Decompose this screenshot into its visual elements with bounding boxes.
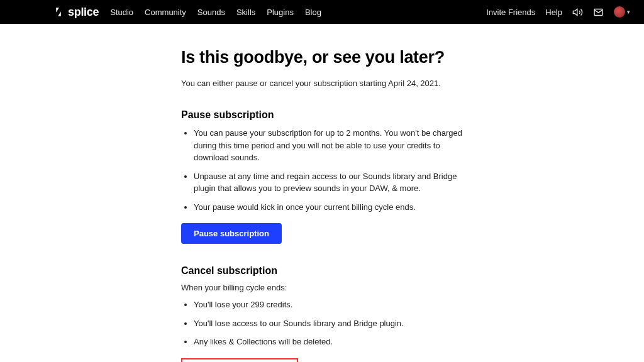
cancel-highlight: Cancel subscription xyxy=(181,358,298,363)
nav-help[interactable]: Help xyxy=(545,8,562,17)
brand-name: splice xyxy=(68,6,99,19)
nav-blog[interactable]: Blog xyxy=(305,8,321,17)
nav-skills[interactable]: Skills xyxy=(236,8,255,17)
list-item: Your pause would kick in once your curre… xyxy=(194,201,477,214)
user-menu[interactable]: ▾ xyxy=(614,6,630,18)
cancel-bullets: You'll lose your 299 credits. You'll los… xyxy=(181,299,477,348)
chevron-down-icon: ▾ xyxy=(627,9,630,15)
cancel-heading: Cancel subscription xyxy=(181,265,477,277)
nav-invite-friends[interactable]: Invite Friends xyxy=(486,8,535,17)
avatar xyxy=(614,6,625,18)
pause-subscription-button[interactable]: Pause subscription xyxy=(181,223,282,244)
svg-marker-0 xyxy=(573,9,577,15)
inbox-icon[interactable] xyxy=(593,7,604,18)
nav-sounds[interactable]: Sounds xyxy=(197,8,225,17)
nav-studio[interactable]: Studio xyxy=(110,8,133,17)
list-item: You'll lose your 299 credits. xyxy=(194,299,477,311)
list-item: You can pause your subscription for up t… xyxy=(194,127,477,164)
list-item: Any likes & Collections will be deleted. xyxy=(194,336,477,348)
pause-heading: Pause subscription xyxy=(181,109,477,121)
pause-bullets: You can pause your subscription for up t… xyxy=(181,127,477,213)
primary-nav: Studio Community Sounds Skills Plugins B… xyxy=(110,8,321,17)
brand-logo[interactable]: splice xyxy=(53,6,99,19)
top-nav: splice Studio Community Sounds Skills Pl… xyxy=(0,0,644,24)
cancel-lead: When your billing cycle ends: xyxy=(181,283,477,292)
nav-community[interactable]: Community xyxy=(145,8,186,17)
main-content: Is this goodbye, or see you later? You c… xyxy=(181,24,477,362)
nav-plugins[interactable]: Plugins xyxy=(267,8,294,17)
secondary-nav: Invite Friends Help ▾ xyxy=(486,6,630,18)
page-title: Is this goodbye, or see you later? xyxy=(181,48,477,67)
intro-text: You can either pause or cancel your subs… xyxy=(181,79,477,88)
splice-logo-icon xyxy=(53,6,64,18)
list-item: Unpause at any time and regain access to… xyxy=(194,170,477,195)
volume-icon[interactable] xyxy=(572,7,583,18)
list-item: You'll lose access to our Sounds library… xyxy=(194,317,477,330)
